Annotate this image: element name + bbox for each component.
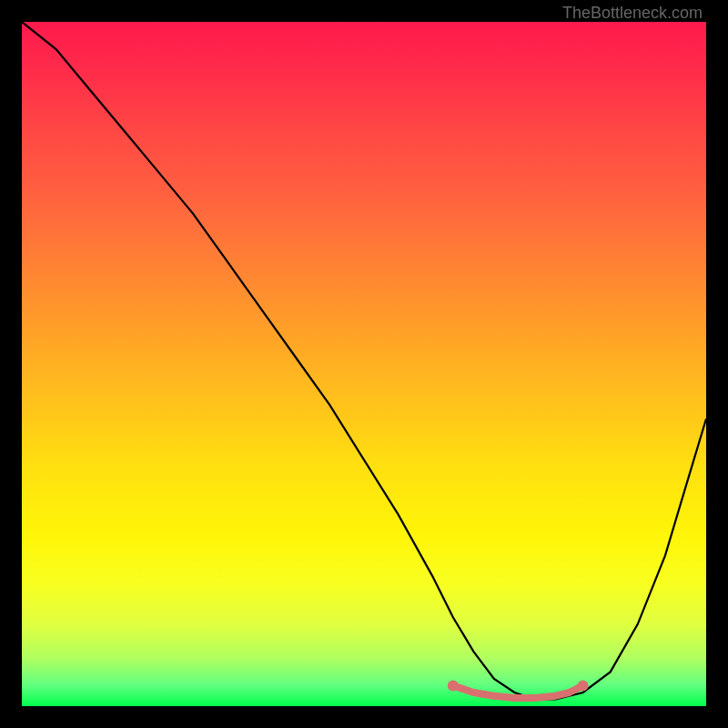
bottleneck-curve <box>22 22 706 700</box>
chart-container: TheBottleneck.com <box>0 0 728 728</box>
valley-highlight-line <box>453 685 583 698</box>
chart-svg <box>22 22 706 706</box>
valley-end-dot <box>578 680 589 691</box>
plot-area <box>22 22 706 706</box>
valley-markers <box>448 680 589 698</box>
attribution-text: TheBottleneck.com <box>562 4 703 23</box>
valley-end-dot <box>448 680 459 691</box>
